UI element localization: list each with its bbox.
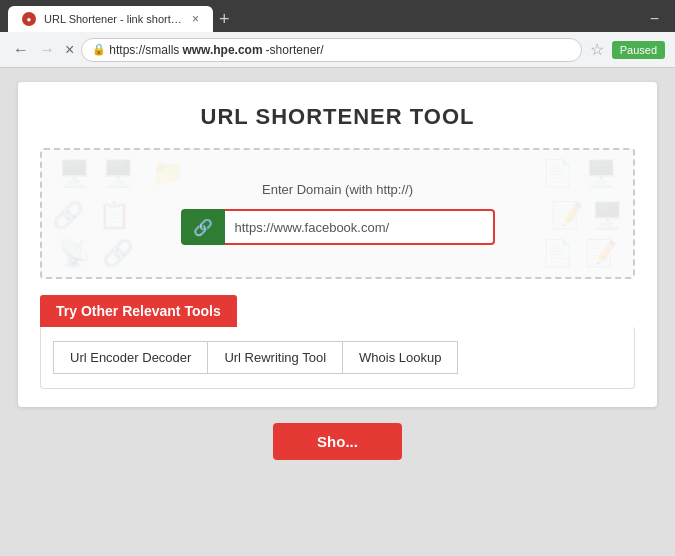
address-prefix: https://smalls [109, 43, 179, 57]
try-other-header: Try Other Relevant Tools [40, 295, 237, 327]
tab-close-icon[interactable]: × [192, 12, 199, 26]
minimize-button[interactable]: − [642, 10, 667, 32]
browser-tab[interactable]: ● URL Shortener - link shortener on... × [8, 6, 213, 32]
link-icon-button[interactable]: 🔗 [181, 209, 225, 245]
reload-close-button[interactable]: × [62, 41, 77, 59]
paused-button[interactable]: Paused [612, 41, 665, 59]
address-bar[interactable]: 🔒 https://smalls www.hpe.com -shortener/ [81, 38, 581, 62]
browser-tab-bar: ● URL Shortener - link shortener on... ×… [0, 0, 675, 32]
tool-btn-whois[interactable]: Whois Lookup [342, 341, 458, 374]
forward-button[interactable]: → [36, 41, 58, 59]
bottom-area: Sho... [18, 423, 657, 460]
lock-icon: 🔒 [92, 43, 106, 56]
input-row: 🔗 [62, 209, 613, 245]
page-content: URL SHORTENER TOOL 🖥️ 🖥️ 📁 📄 🖥️ 🔗 📋 📝 🖥️… [0, 68, 675, 556]
input-area: 🖥️ 🖥️ 📁 📄 🖥️ 🔗 📋 📝 🖥️ 📡 🔗 📄 📝 Enter Doma… [40, 148, 635, 279]
tools-list-area: Url Encoder Decoder Url Rewriting Tool W… [40, 327, 635, 389]
address-suffix: -shortener/ [266, 43, 324, 57]
main-card: URL SHORTENER TOOL 🖥️ 🖥️ 📁 📄 🖥️ 🔗 📋 📝 🖥️… [18, 82, 657, 407]
address-bold: www.hpe.com [182, 43, 262, 57]
tab-title: URL Shortener - link shortener on... [44, 13, 184, 25]
url-input[interactable] [225, 209, 495, 245]
tool-btn-url-rewriting[interactable]: Url Rewriting Tool [207, 341, 342, 374]
new-tab-button[interactable]: + [219, 9, 230, 32]
submit-button[interactable]: Sho... [273, 423, 402, 460]
address-bar-row: ← → × 🔒 https://smalls www.hpe.com -shor… [0, 32, 675, 68]
tab-favicon: ● [22, 12, 36, 26]
input-label: Enter Domain (with http://) [62, 182, 613, 197]
tool-btn-url-encoder[interactable]: Url Encoder Decoder [53, 341, 207, 374]
try-other-section: Try Other Relevant Tools Url Encoder Dec… [40, 295, 635, 389]
page-title: URL SHORTENER TOOL [40, 104, 635, 130]
back-button[interactable]: ← [10, 41, 32, 59]
star-icon[interactable]: ☆ [590, 40, 604, 59]
